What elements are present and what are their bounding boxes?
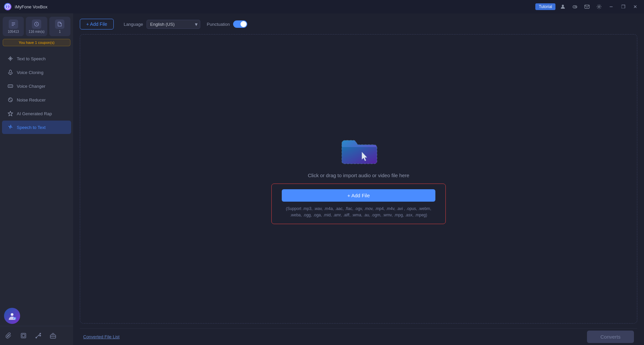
svg-point-27 xyxy=(40,335,41,336)
files-icon xyxy=(55,19,64,29)
sidebar-top: 105413 116 min(s) 1 You have 1 coupon(s) xyxy=(0,13,73,49)
speech-to-text-icon xyxy=(7,124,13,130)
voice-changer-icon xyxy=(7,83,13,89)
mail-icon[interactable] xyxy=(582,2,592,11)
settings-icon[interactable] xyxy=(594,2,604,11)
sidebar-item-noise-reducer[interactable]: Noise Reducer xyxy=(2,93,71,107)
titlebar: iMyFone VoxBox Tutorial − ❐ ✕ xyxy=(0,0,644,13)
voice-changer-label: Voice Changer xyxy=(17,84,45,89)
stat-files: 1 xyxy=(49,17,70,36)
noise-reducer-icon xyxy=(7,97,13,103)
add-file-button[interactable]: + Add File xyxy=(80,19,114,29)
sidebar-item-voice-changer[interactable]: Voice Changer xyxy=(2,79,71,93)
add-file-section: + Add File (Support .mp3, .wav, .m4a, .a… xyxy=(271,184,446,224)
svg-rect-23 xyxy=(21,333,26,338)
toggle-knob xyxy=(240,21,247,27)
sidebar-nav: Text to Speech Voice Cloning Voice Chang… xyxy=(0,49,73,180)
ai-rap-label: AI Generated Rap xyxy=(17,111,52,116)
punctuation-setting: Punctuation xyxy=(207,20,248,28)
language-select-wrapper: English (US) Chinese Spanish French Germ… xyxy=(147,20,200,29)
language-select[interactable]: English (US) Chinese Spanish French Germ… xyxy=(147,20,200,29)
svg-rect-2 xyxy=(7,7,8,8)
language-label: Language xyxy=(124,22,143,27)
language-setting: Language English (US) Chinese Spanish Fr… xyxy=(124,20,200,29)
drop-hint-text: Click or drag to import audio or video f… xyxy=(308,172,410,178)
coupon-banner[interactable]: You have 1 coupon(s) xyxy=(3,39,70,46)
svg-point-25 xyxy=(36,337,37,338)
svg-point-21 xyxy=(11,313,13,316)
toggle-bg xyxy=(233,20,247,28)
user-icon[interactable] xyxy=(558,2,568,11)
tutorial-button[interactable]: Tutorial xyxy=(535,3,555,10)
branch-tool[interactable] xyxy=(32,330,44,342)
text-to-speech-label: Text to Speech xyxy=(17,56,46,61)
sidebar-bottom xyxy=(0,326,73,345)
attachment-tool[interactable] xyxy=(3,330,15,342)
mins-value: 116 min(s) xyxy=(29,30,44,33)
svg-rect-16 xyxy=(8,85,13,87)
add-file-blue-button[interactable]: + Add File xyxy=(282,189,435,202)
bottom-bar: Converted File List Converts xyxy=(80,328,637,345)
sidebar-item-ai-generated-rap[interactable]: AI Generated Rap xyxy=(2,107,71,120)
noise-reducer-label: Noise Reducer xyxy=(17,97,46,102)
folder-icon xyxy=(338,134,379,167)
drop-zone-inner: Click or drag to import audio or video f… xyxy=(271,134,446,224)
titlebar-left: iMyFone VoxBox xyxy=(4,3,48,10)
app-title: iMyFone VoxBox xyxy=(15,4,48,9)
sidebar-avatar xyxy=(4,308,20,324)
chars-value: 105413 xyxy=(8,30,19,33)
content-area: + Add File Language English (US) Chinese… xyxy=(73,13,644,345)
svg-point-13 xyxy=(10,58,11,59)
sidebar: 105413 116 min(s) 1 You have 1 coupon(s) xyxy=(0,13,73,345)
titlebar-controls: Tutorial − ❐ ✕ xyxy=(535,2,640,11)
converted-file-list-link[interactable]: Converted File List xyxy=(83,334,119,339)
svg-rect-24 xyxy=(22,334,25,337)
mins-icon xyxy=(32,19,41,29)
briefcase-tool[interactable] xyxy=(47,330,59,342)
svg-point-8 xyxy=(576,7,576,7)
maximize-button[interactable]: ❐ xyxy=(619,2,628,11)
svg-point-10 xyxy=(598,6,600,8)
minimize-button[interactable]: − xyxy=(606,2,616,11)
files-value: 1 xyxy=(59,30,61,33)
toolbar-settings: Language English (US) Chinese Spanish Fr… xyxy=(124,20,248,29)
chars-icon xyxy=(9,19,18,29)
toolbar: + Add File Language English (US) Chinese… xyxy=(80,19,637,29)
svg-point-1 xyxy=(7,5,8,6)
svg-rect-14 xyxy=(9,70,11,73)
voice-cloning-label: Voice Cloning xyxy=(17,70,44,75)
sidebar-item-text-to-speech[interactable]: Text to Speech xyxy=(2,52,71,65)
convert-button[interactable]: Converts xyxy=(587,331,634,343)
close-button[interactable]: ✕ xyxy=(631,2,640,11)
app-logo xyxy=(4,3,11,10)
svg-point-26 xyxy=(40,333,41,334)
voice-cloning-icon xyxy=(7,69,13,75)
speech-to-text-label: Speech to Text xyxy=(17,125,46,130)
svg-rect-9 xyxy=(585,5,589,8)
stat-mins: 116 min(s) xyxy=(26,17,47,36)
ai-rap-icon xyxy=(7,111,13,117)
main-layout: 105413 116 min(s) 1 You have 1 coupon(s) xyxy=(0,13,644,345)
sidebar-item-voice-cloning[interactable]: Voice Cloning xyxy=(2,66,71,79)
svg-point-3 xyxy=(562,5,564,7)
punctuation-label: Punctuation xyxy=(207,22,230,27)
sidebar-item-speech-to-text[interactable]: Speech to Text xyxy=(2,121,71,134)
text-to-speech-icon xyxy=(7,56,13,62)
frame-tool[interactable] xyxy=(17,330,30,342)
stats-row: 105413 116 min(s) 1 xyxy=(3,17,70,36)
punctuation-toggle[interactable] xyxy=(233,20,247,28)
stat-chars: 105413 xyxy=(3,17,24,36)
svg-point-19 xyxy=(8,98,12,102)
gamepad-icon[interactable] xyxy=(570,2,580,11)
format-support: (Support .mp3, .wav, .m4a, .aac, .flac, … xyxy=(286,206,431,218)
drop-zone[interactable]: Click or drag to import audio or video f… xyxy=(80,34,637,324)
